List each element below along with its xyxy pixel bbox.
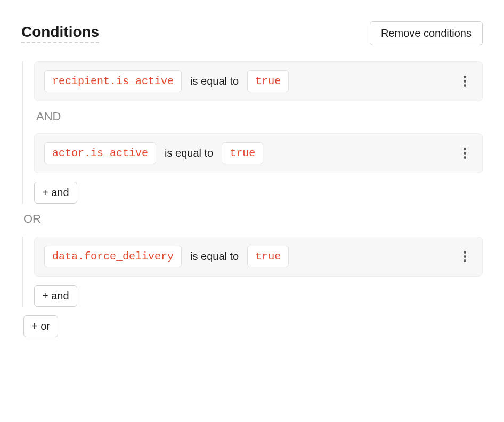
- condition-row: recipient.is_active is equal to true: [34, 61, 483, 101]
- condition-field[interactable]: data.force_delivery: [44, 246, 182, 267]
- condition-field[interactable]: actor.is_active: [44, 142, 156, 164]
- condition-row: data.force_delivery is equal to true: [34, 237, 483, 277]
- and-connector: AND: [34, 110, 483, 124]
- conditions-title: Conditions: [21, 23, 99, 43]
- condition-value[interactable]: true: [222, 142, 263, 164]
- and-group: recipient.is_active is equal to true AND…: [22, 61, 483, 204]
- kebab-menu-icon[interactable]: [457, 249, 473, 265]
- condition-operator: is equal to: [165, 147, 213, 159]
- condition-value[interactable]: true: [247, 246, 289, 267]
- add-or-button[interactable]: + or: [23, 315, 58, 337]
- kebab-menu-icon[interactable]: [457, 74, 473, 90]
- add-and-button[interactable]: + and: [34, 182, 77, 204]
- kebab-menu-icon[interactable]: [457, 145, 473, 161]
- or-connector: OR: [23, 212, 483, 226]
- condition-value[interactable]: true: [247, 70, 289, 92]
- or-group: recipient.is_active is equal to true AND…: [22, 61, 483, 337]
- condition-row: actor.is_active is equal to true: [34, 133, 483, 173]
- condition-operator: is equal to: [190, 75, 239, 87]
- and-group: data.force_delivery is equal to true + a…: [22, 237, 483, 307]
- remove-conditions-button[interactable]: Remove conditions: [370, 21, 483, 45]
- condition-field[interactable]: recipient.is_active: [44, 70, 182, 92]
- conditions-header: Conditions Remove conditions: [21, 21, 483, 45]
- condition-operator: is equal to: [190, 250, 239, 263]
- add-and-button[interactable]: + and: [34, 285, 77, 307]
